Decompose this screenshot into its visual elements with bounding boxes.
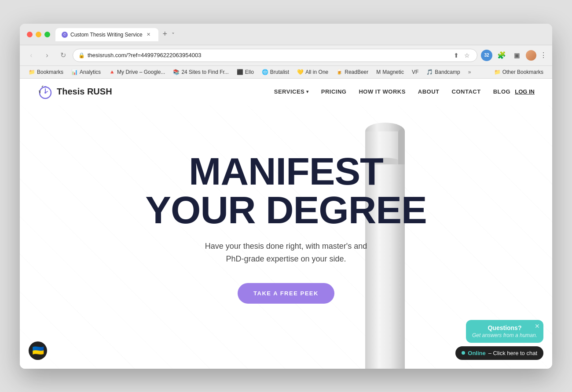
hero-content: MANIFEST YOUR DEGREE Have your thesis do… (145, 152, 426, 304)
bookmark-24sites[interactable]: 📚 24 Sites to Find Fr... (169, 68, 232, 76)
bookmarks-overflow[interactable]: » (466, 68, 474, 76)
hero-title: MANIFEST YOUR DEGREE (145, 152, 426, 229)
hero-section: MANIFEST YOUR DEGREE Have your thesis do… (20, 105, 552, 369)
other-bookmarks[interactable]: 📁 Other Bookmarks (491, 68, 547, 76)
bookmark-magnetic[interactable]: M Magnetic (373, 68, 407, 76)
hero-subtitle: Have your thesis done right, with master… (145, 240, 426, 265)
tab-favicon-icon: ⏱ (62, 32, 68, 38)
bookmark-readbeer[interactable]: 🍺 ReadBeer (333, 68, 372, 76)
nav-links: SERVICES ▾ PRICING HOW IT WORKS ABOUT CO… (274, 88, 510, 95)
tab-chevron-icon: ˅ (172, 32, 175, 39)
extensions-button[interactable]: 🧩 (496, 50, 507, 61)
window-controls (27, 32, 50, 37)
nav-how-it-works[interactable]: HOW IT WORKS (359, 88, 405, 95)
url-text: thesisrush.com/?ref=4499796222063954003 (88, 52, 449, 58)
website-content: Thesis RUSH SERVICES ▾ PRICING HOW IT WO… (20, 79, 552, 369)
browser-window: ⏱ Custom Thesis Writing Service ✕ + ˅ ‹ … (20, 24, 552, 369)
svg-line-5 (42, 86, 43, 87)
online-indicator (462, 351, 465, 355)
chat-close-button[interactable]: ✕ (535, 323, 540, 330)
logo[interactable]: Thesis RUSH (37, 84, 112, 100)
chat-bubble-title: Questions? (472, 324, 537, 331)
online-label: Online (468, 350, 485, 356)
bookmark-drive[interactable]: 🔺 My Drive – Google... (105, 68, 169, 76)
bookmark-allinone[interactable]: 💛 All in One (293, 68, 332, 76)
bookmark-star-button[interactable]: ☆ (462, 51, 472, 60)
logo-text: Thesis RUSH (57, 87, 112, 97)
cta-button[interactable]: TAKE A FREE PEEK (238, 283, 334, 304)
tab-close-button[interactable]: ✕ (145, 31, 152, 38)
lock-icon: 🔒 (78, 52, 85, 58)
minimize-button[interactable] (36, 32, 41, 37)
ukraine-flag-button[interactable]: 🇺🇦 (29, 341, 47, 360)
nav-blog[interactable]: BLOG (493, 88, 511, 95)
logo-icon (37, 84, 53, 100)
active-tab[interactable]: ⏱ Custom Thesis Writing Service ✕ (55, 28, 158, 41)
bookmark-analytics[interactable]: 📊 Analytics (68, 68, 104, 76)
tab-title: Custom Thesis Writing Service (70, 32, 143, 38)
forward-button[interactable]: › (41, 49, 53, 62)
click-here-label: – Click here to chat (488, 350, 537, 356)
url-bar[interactable]: 🔒 thesisrush.com/?ref=449979622206395400… (73, 49, 477, 62)
title-bar: ⏱ Custom Thesis Writing Service ✕ + ˅ (20, 24, 552, 45)
bookmark-brutalist[interactable]: 🌐 Brutalist (258, 68, 293, 76)
sidebar-button[interactable]: ▣ (511, 50, 522, 61)
reload-button[interactable]: ↻ (57, 49, 69, 62)
chat-bubble: ✕ Questions? Get answers from a human. (466, 320, 543, 343)
share-button[interactable]: ⬆ (452, 51, 461, 60)
bookmarks-right: 📁 Other Bookmarks (491, 68, 547, 76)
chat-bubble-subtitle: Get answers from a human. (472, 332, 537, 338)
bookmark-vf[interactable]: VF (408, 68, 422, 76)
chat-widget: ✕ Questions? Get answers from a human. O… (455, 320, 543, 360)
nav-pricing[interactable]: PRICING (321, 88, 347, 95)
bookmarks-bar: 📁 Bookmarks 📊 Analytics 🔺 My Drive – Goo… (20, 66, 552, 79)
more-options-button[interactable]: ⋮ (540, 51, 547, 59)
nav-contact[interactable]: CONTACT (452, 88, 481, 95)
new-tab-button[interactable]: + (159, 29, 171, 41)
address-actions: ⬆ ☆ (452, 51, 472, 60)
extension-32-button[interactable]: 32 (481, 50, 492, 61)
bookmark-bookmarks[interactable]: 📁 Bookmarks (25, 68, 67, 76)
bookmark-ello[interactable]: ⬛ Ello (233, 68, 257, 76)
login-button[interactable]: LOG IN (515, 88, 535, 95)
back-button[interactable]: ‹ (25, 49, 37, 62)
chat-online-bar[interactable]: Online – Click here to chat (455, 346, 543, 360)
bookmark-bandcamp[interactable]: 🎵 Bandcamp (423, 68, 463, 76)
site-navigation: Thesis RUSH SERVICES ▾ PRICING HOW IT WO… (20, 79, 552, 105)
close-button[interactable] (27, 32, 33, 37)
profile-avatar-button[interactable] (526, 50, 536, 61)
address-bar: ‹ › ↻ 🔒 thesisrush.com/?ref=449979622206… (20, 45, 552, 66)
tab-bar: ⏱ Custom Thesis Writing Service ✕ + ˅ (55, 28, 175, 41)
nav-services[interactable]: SERVICES ▾ (274, 88, 309, 95)
svg-rect-4 (44, 86, 47, 87)
nav-about[interactable]: ABOUT (418, 88, 440, 95)
maximize-button[interactable] (44, 32, 50, 37)
